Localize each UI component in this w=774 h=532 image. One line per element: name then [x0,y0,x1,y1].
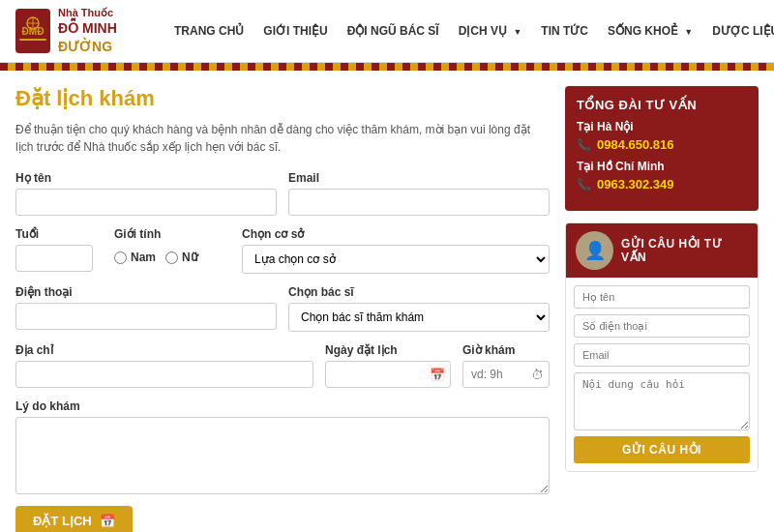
nav-item-trang-chu[interactable]: TRANG CHỦ [164,16,253,45]
chon-bac-si-label: Chọn bác sĩ [288,285,550,299]
group-ho-ten: Họ tên [15,171,277,216]
chon-bac-si-select[interactable]: Chọn bác sĩ thăm khám [288,303,550,332]
gio-kham-label: Giờ khám [462,343,550,357]
hcm-phone-row: 📞 0963.302.349 [577,177,747,192]
radio-nu-text: Nữ [182,251,198,264]
group-chon-bac-si: Chọn bác sĩ Chọn bác sĩ thăm khám [288,285,550,332]
radio-group-gioi-tinh: Nam Nữ [114,251,230,264]
ho-ten-input[interactable] [15,189,277,216]
row-ho-ten-email: Họ tên Email [15,171,550,216]
chon-co-so-select[interactable]: Lựa chọn cơ sở [242,245,550,274]
submit-label: ĐẶT LỊCH [33,514,92,528]
row-dia-chi-ngay-gio: Địa chỉ Ngày đặt lịch 📅 Giờ khám ⏱ [15,343,550,388]
intro-text: Để thuận tiện cho quý khách hàng và bệnh… [15,121,550,156]
ho-ten-label: Họ tên [15,171,277,185]
date-input-wrap: 📅 [325,361,451,388]
group-tuoi: Tuổi [15,227,103,274]
nav-item-song-khoe[interactable]: SỐNG KHOẺ ▼ [598,16,702,45]
consult-sdt-input[interactable] [574,314,750,338]
radio-nu[interactable] [165,251,178,264]
ngay-dat-lich-label: Ngày đặt lịch [325,343,451,357]
ly-do-kham-textarea[interactable] [15,417,550,494]
nav-item-tin-tuc[interactable]: TIN TỨC [531,16,598,45]
logo-line1: Nhà Thuốc [58,6,141,19]
phone-icon-ha-noi: 📞 [577,138,591,152]
tong-dai-title: TỔNG ĐÀI TƯ VẤN [577,98,747,112]
gio-kham-input[interactable] [462,361,550,388]
calendar-submit-icon: 📅 [100,514,115,528]
radio-nam-text: Nam [131,251,156,264]
radio-nam-label[interactable]: Nam [114,251,156,264]
nav-item-duoc-lieu[interactable]: DƯỢC LIỆU [702,16,774,45]
dia-chi-input[interactable] [15,361,313,388]
hcm-label: Tại Hồ Chí Minh [577,160,747,173]
hcm-phone[interactable]: 0963.302.349 [597,177,674,192]
ha-noi-label: Tại Hà Nội [577,120,747,133]
phone-icon-hcm: 📞 [577,178,591,192]
email-input[interactable] [288,189,550,216]
ly-do-kham-label: Lý do khám [15,399,550,413]
group-ngay-dat-lich: Ngày đặt lịch 📅 [325,343,451,388]
ha-noi-phone-row: 📞 0984.650.816 [577,137,747,152]
logo-line2: ĐỖ MINH ĐƯỜNG [58,19,141,56]
ha-noi-section: Tại Hà Nội 📞 0984.650.816 [577,120,747,152]
consult-submit-label: GỬI CÂU HỎI [622,443,701,457]
logo-icon: ĐMĐ [15,9,50,53]
group-dia-chi: Địa chỉ [15,343,313,388]
logo-text: Nhà Thuốc ĐỖ MINH ĐƯỜNG [58,6,141,56]
dien-thoai-input[interactable] [15,303,277,330]
dia-chi-label: Địa chỉ [15,343,313,357]
row-dien-thoai-bac-si: Điện thoại Chọn bác sĩ Chọn bác sĩ thăm … [15,285,550,332]
time-input-wrap: ⏱ [462,361,550,388]
main-nav: TRANG CHỦ GIỚI THIỆU ĐỘI NGŨ BÁC SĨ DỊCH… [164,16,774,45]
svg-rect-2 [19,39,46,41]
page-title: Đặt lịch khám [15,86,550,111]
header: ĐMĐ Nhà Thuốc ĐỖ MINH ĐƯỜNG TRANG CHỦ GI… [0,0,774,63]
hcm-section: Tại Hồ Chí Minh 📞 0963.302.349 [577,160,747,192]
logo[interactable]: ĐMĐ Nhà Thuốc ĐỖ MINH ĐƯỜNG [15,6,141,56]
consult-title: GỬI CÂU HỎI TƯ VẤN [621,237,748,264]
group-gio-kham: Giờ khám ⏱ [462,343,550,388]
group-email: Email [288,171,550,216]
form-column: Đặt lịch khám Để thuận tiện cho quý khác… [15,86,550,532]
gioi-tinh-label: Giới tính [114,227,230,241]
decorative-border [0,63,774,71]
consult-form: GỬI CÂU HỎI [566,278,758,471]
consult-noi-dung-textarea[interactable] [574,372,750,430]
consult-header: 👤 GỬI CÂU HỎI TƯ VẤN [566,223,758,278]
tuoi-input[interactable] [15,245,93,272]
nav-item-dich-vu[interactable]: DỊCH VỤ ▼ [449,16,532,45]
row-ly-do-kham: Lý do khám [15,399,550,494]
avatar: 👤 [576,231,613,270]
nav-item-gioi-thieu[interactable]: GIỚI THIỆU [253,16,337,45]
tong-dai-box: TỔNG ĐÀI TƯ VẤN Tại Hà Nội 📞 0984.650.81… [565,86,759,211]
group-chon-co-so: Chọn cơ sở Lựa chọn cơ sở [242,227,550,274]
radio-nu-label[interactable]: Nữ [165,251,198,264]
group-gioi-tinh: Giới tính Nam Nữ [114,227,230,274]
consult-box: 👤 GỬI CÂU HỎI TƯ VẤN GỬI CÂU HỎI [565,222,759,472]
nav-item-doi-ngu[interactable]: ĐỘI NGŨ BÁC SĨ [338,16,449,45]
ha-noi-phone[interactable]: 0984.650.816 [597,137,674,152]
consult-email-input[interactable] [574,343,750,367]
group-dien-thoai: Điện thoại [15,285,277,332]
group-ly-do-kham: Lý do khám [15,399,550,494]
ngay-dat-lich-input[interactable] [325,361,451,388]
submit-button[interactable]: ĐẶT LỊCH 📅 [15,506,133,532]
row-tuoi-gioi-tinh-co-so: Tuổi Giới tính Nam Nữ Chọn cơ sở [15,227,550,274]
consult-submit-button[interactable]: GỬI CÂU HỎI [574,436,750,463]
email-label: Email [288,171,550,185]
chon-co-so-label: Chọn cơ sở [242,227,550,241]
radio-nam[interactable] [114,251,127,264]
tuoi-label: Tuổi [15,227,103,241]
consult-ho-ten-input[interactable] [574,285,750,309]
main-container: Đặt lịch khám Để thuận tiện cho quý khác… [0,71,774,532]
dien-thoai-label: Điện thoại [15,285,277,299]
sidebar: TỔNG ĐÀI TƯ VẤN Tại Hà Nội 📞 0984.650.81… [565,86,759,532]
